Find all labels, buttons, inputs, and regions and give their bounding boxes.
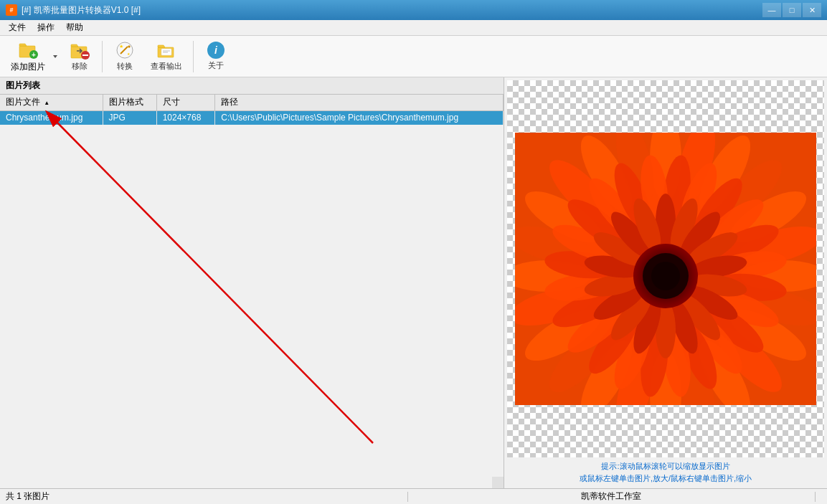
convert-label: 转换 xyxy=(117,61,133,72)
menu-file[interactable]: 文件 xyxy=(3,20,32,36)
add-folder-icon: + xyxy=(18,40,38,61)
scroll-corner xyxy=(492,477,504,488)
titlebar: # [#] 凯蒂批量图片转换器V1.0 [#] — □ ✕ xyxy=(0,0,827,20)
table-row[interactable]: Chrysanthemum.jpg JPG 1024×768 C:\Users\… xyxy=(0,110,504,125)
svg-marker-9 xyxy=(128,45,131,48)
menu-help[interactable]: 帮助 xyxy=(60,20,89,36)
cell-size: 1024×768 xyxy=(156,110,215,125)
convert-icon: ★ ★ xyxy=(115,41,135,60)
view-output-icon xyxy=(156,41,176,60)
main-content: 图片列表 图片文件 ▲ 图片格式 尺寸 路径 Chr xyxy=(0,77,827,488)
remove-label: 移除 xyxy=(72,61,88,72)
about-icon: i xyxy=(206,42,226,59)
preview-hint: 提示:滚动鼠标滚轮可以缩放显示图片 或鼠标左键单击图片,放大/鼠标右键单击图片,… xyxy=(507,460,824,485)
file-panel: 图片列表 图片文件 ▲ 图片格式 尺寸 路径 Chr xyxy=(0,77,504,488)
status-divider-1 xyxy=(407,492,408,502)
cell-format: JPG xyxy=(103,110,156,125)
preview-panel: 提示:滚动鼠标滚轮可以缩放显示图片 或鼠标左键单击图片,放大/鼠标右键单击图片,… xyxy=(504,77,827,488)
toolbar-sep-2 xyxy=(193,41,194,72)
close-button[interactable]: ✕ xyxy=(803,3,821,17)
add-image-label: 添加图片 xyxy=(11,61,45,73)
menubar: 文件 操作 帮助 xyxy=(0,20,827,36)
remove-icon xyxy=(70,41,90,60)
svg-point-85 xyxy=(651,262,680,290)
titlebar-controls: — □ ✕ xyxy=(762,3,821,17)
titlebar-left: # [#] 凯蒂批量图片转换器V1.0 [#] xyxy=(6,4,141,16)
svg-marker-3 xyxy=(53,55,57,58)
status-divider-2 xyxy=(815,492,816,502)
file-table: 图片文件 ▲ 图片格式 尺寸 路径 Chrysanthemum.jpg JPG … xyxy=(0,95,504,125)
svg-rect-6 xyxy=(82,54,88,56)
preview-hint-line1: 提示:滚动鼠标滚轮可以缩放显示图片 xyxy=(507,460,824,473)
preview-hint-line2: 或鼠标左键单击图片,放大/鼠标右键单击图片,缩小 xyxy=(507,472,824,485)
maximize-button[interactable]: □ xyxy=(783,3,801,17)
menu-edit[interactable]: 操作 xyxy=(32,20,60,36)
remove-button[interactable]: 移除 xyxy=(62,39,98,75)
preview-image xyxy=(515,133,816,405)
status-company: 凯蒂软件工作室 xyxy=(414,490,810,503)
col-header-path[interactable]: 路径 xyxy=(215,95,504,110)
toolbar: + 添加图片 移除 xyxy=(0,36,827,77)
add-dropdown-button[interactable] xyxy=(50,39,60,75)
about-button[interactable]: i 关于 xyxy=(198,39,234,75)
col-header-size[interactable]: 尺寸 xyxy=(156,95,215,110)
add-image-button[interactable]: + 添加图片 xyxy=(6,39,50,75)
svg-text:★: ★ xyxy=(127,52,131,56)
minimize-button[interactable]: — xyxy=(762,3,781,17)
svg-text:★: ★ xyxy=(119,44,123,49)
toolbar-sep-1 xyxy=(102,41,103,72)
add-button-group: + 添加图片 xyxy=(6,39,60,75)
statusbar: 共 1 张图片 凯蒂软件工作室 xyxy=(0,488,827,504)
sort-arrow-icon: ▲ xyxy=(44,100,49,106)
preview-area[interactable] xyxy=(507,80,824,457)
status-count: 共 1 张图片 xyxy=(6,490,402,503)
app-title: [#] 凯蒂批量图片转换器V1.0 [#] xyxy=(22,4,141,16)
app-icon: # xyxy=(6,4,17,16)
view-output-label: 查看输出 xyxy=(151,61,182,72)
svg-text:+: + xyxy=(32,51,36,59)
col-header-name[interactable]: 图片文件 ▲ xyxy=(0,95,103,110)
about-label: 关于 xyxy=(208,60,224,71)
cell-filename: Chrysanthemum.jpg xyxy=(0,110,103,125)
file-panel-title: 图片列表 xyxy=(0,77,504,95)
table-header-row: 图片文件 ▲ 图片格式 尺寸 路径 xyxy=(0,95,504,110)
cell-path: C:\Users\Public\Pictures\Sample Pictures… xyxy=(215,110,504,125)
convert-button[interactable]: ★ ★ 转换 xyxy=(107,39,143,75)
col-header-format[interactable]: 图片格式 xyxy=(103,95,156,110)
view-output-button[interactable]: 查看输出 xyxy=(144,39,189,75)
svg-rect-13 xyxy=(161,49,171,55)
